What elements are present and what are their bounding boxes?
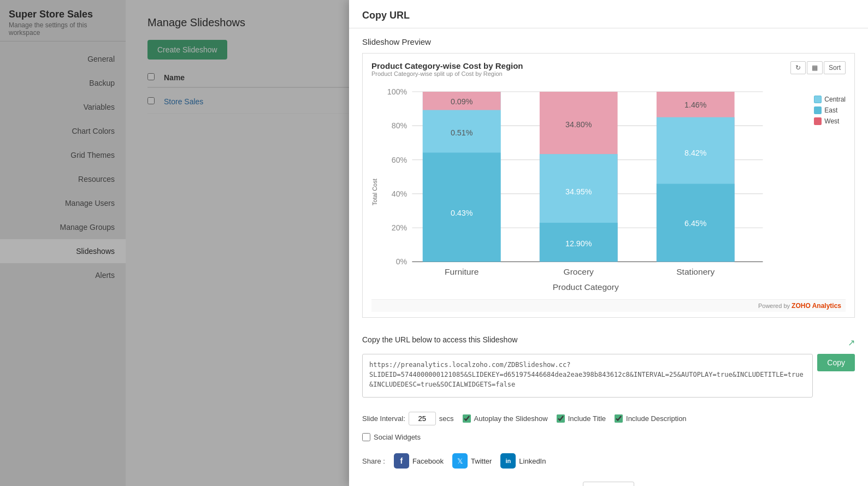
social-widgets-checkbox-label[interactable]: Social Widgets — [362, 433, 855, 441]
modal-panel: Copy URL Slideshow Preview Product Categ… — [349, 0, 868, 486]
facebook-label: Facebook — [412, 457, 444, 465]
include-title-checkbox[interactable] — [557, 414, 565, 423]
copy-button[interactable]: Copy — [817, 354, 855, 371]
legend-central-label: Central — [824, 96, 846, 103]
chart-titles: Product Category-wise Cost by Region Pro… — [371, 61, 523, 82]
svg-text:100%: 100% — [387, 87, 408, 96]
share-label: Share : — [362, 457, 385, 465]
close-button[interactable]: Close — [583, 482, 634, 486]
chart-title-row: Product Category-wise Cost by Region Pro… — [371, 61, 846, 82]
chart-body: Total Cost 100% 80% — [371, 85, 846, 299]
svg-text:40%: 40% — [392, 189, 408, 198]
chart-sort-button[interactable]: Sort — [824, 61, 846, 74]
svg-text:Grocery: Grocery — [564, 267, 594, 276]
autoplay-checkbox[interactable] — [463, 414, 471, 423]
url-section: Copy the URL below to access this Slides… — [349, 327, 868, 406]
legend-west-label: West — [824, 117, 839, 125]
url-textarea[interactable] — [362, 354, 813, 398]
share-row: Share : f Facebook 𝕏 Twitter in LinkedIn — [349, 448, 868, 477]
chart-inner: 100% 80% 60% 40% 20% 0% — [380, 85, 805, 299]
brand-name: ZOHO Analytics — [792, 302, 841, 310]
chart-container: Product Category-wise Cost by Region Pro… — [362, 53, 855, 318]
legend-west: West — [814, 117, 846, 125]
preview-section: Slideshow Preview Product Category-wise … — [349, 28, 868, 327]
preview-label: Slideshow Preview — [362, 37, 855, 46]
linkedin-label: LinkedIn — [519, 457, 546, 465]
chart-svg: 100% 80% 60% 40% 20% 0% — [380, 85, 805, 297]
chart-refresh-button[interactable]: ↻ — [790, 61, 806, 74]
svg-text:34.95%: 34.95% — [565, 187, 592, 196]
svg-text:0.09%: 0.09% — [451, 97, 473, 106]
svg-text:80%: 80% — [392, 121, 408, 130]
svg-text:8.42%: 8.42% — [684, 149, 707, 157]
svg-text:0.43%: 0.43% — [451, 209, 473, 217]
settings-row: Slide Interval: secs Autoplay the Slides… — [349, 406, 868, 431]
legend-east-color — [814, 106, 822, 114]
svg-text:Furniture: Furniture — [445, 267, 479, 276]
legend-central: Central — [814, 96, 846, 103]
slide-interval-input[interactable] — [409, 412, 436, 425]
chart-type-button[interactable]: ▦ — [807, 61, 823, 74]
modal-header: Copy URL — [349, 0, 868, 28]
include-title-checkbox-label[interactable]: Include Title — [557, 414, 606, 423]
chart-title: Product Category-wise Cost by Region — [371, 61, 523, 70]
svg-text:34.80%: 34.80% — [565, 120, 592, 129]
svg-text:Product Category: Product Category — [553, 282, 619, 292]
chart-subtitle: Product Category-wise split up of Cost b… — [371, 70, 523, 77]
legend-east-label: East — [824, 106, 837, 114]
social-widgets-checkbox[interactable] — [362, 433, 370, 441]
include-desc-label: Include Description — [626, 414, 687, 423]
include-desc-checkbox-label[interactable]: Include Description — [615, 414, 687, 423]
facebook-share-button[interactable]: f Facebook — [394, 453, 444, 469]
legend-west-color — [814, 117, 822, 125]
svg-text:60%: 60% — [392, 156, 408, 164]
chart-legend: Central East West — [814, 85, 846, 299]
secs-label: secs — [439, 414, 454, 423]
slide-interval-group: Slide Interval: secs — [362, 412, 454, 425]
svg-text:20%: 20% — [392, 223, 408, 232]
svg-rect-15 — [423, 153, 501, 262]
social-widgets-row: Social Widgets — [349, 431, 868, 448]
close-row: Close — [349, 477, 868, 486]
facebook-icon: f — [394, 453, 409, 469]
url-box-row: Copy — [362, 354, 855, 398]
svg-text:0.51%: 0.51% — [451, 128, 473, 137]
svg-text:1.46%: 1.46% — [684, 100, 707, 109]
url-section-title: Copy the URL below to access this Slides… — [362, 335, 517, 344]
include-desc-checkbox[interactable] — [615, 414, 623, 423]
svg-text:Stationery: Stationery — [676, 267, 715, 276]
linkedin-icon: in — [500, 453, 516, 469]
autoplay-label: Autoplay the Slideshow — [474, 414, 548, 423]
legend-central-color — [814, 96, 822, 103]
linkedin-share-button[interactable]: in LinkedIn — [500, 453, 546, 469]
slide-interval-label: Slide Interval: — [362, 414, 405, 423]
url-header-row: Copy the URL below to access this Slides… — [362, 335, 855, 349]
twitter-icon: 𝕏 — [452, 453, 468, 469]
external-link-icon[interactable]: ↗ — [848, 337, 855, 348]
chart-toolbar: ↻ ▦ Sort — [790, 61, 846, 74]
legend-east: East — [814, 106, 846, 114]
autoplay-checkbox-label[interactable]: Autoplay the Slideshow — [463, 414, 548, 423]
twitter-share-button[interactable]: 𝕏 Twitter — [452, 453, 492, 469]
svg-text:12.90%: 12.90% — [565, 239, 592, 248]
svg-text:0%: 0% — [396, 257, 408, 266]
social-widgets-label: Social Widgets — [374, 433, 421, 441]
include-title-label: Include Title — [568, 414, 606, 423]
modal-title: Copy URL — [362, 10, 855, 21]
y-axis-label: Total Cost — [371, 85, 378, 299]
twitter-label: Twitter — [471, 457, 492, 465]
svg-text:6.45%: 6.45% — [684, 219, 707, 228]
powered-by: Powered by ZOHO Analytics — [371, 299, 846, 312]
